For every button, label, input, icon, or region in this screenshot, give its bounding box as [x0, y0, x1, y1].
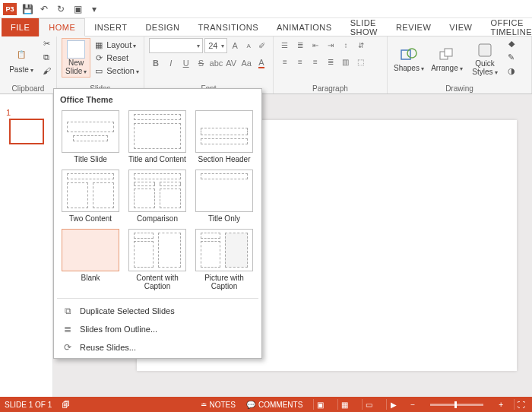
svg-rect-3	[445, 49, 452, 56]
layout-label: Title and Content	[128, 155, 186, 163]
section-button[interactable]: ▭Section	[93, 65, 139, 76]
reset-icon: ⟳	[93, 52, 104, 63]
increase-indent-button[interactable]: ⇥	[324, 38, 337, 52]
redo-icon[interactable]: ↻	[55, 3, 67, 15]
new-slide-gallery: Office Theme Title Slide Title and Conte…	[53, 88, 262, 359]
slide-counter: SLIDE 1 OF 1	[5, 401, 52, 409]
layout-button[interactable]: ▦Layout	[93, 40, 139, 50]
undo-icon[interactable]: ↶	[38, 3, 50, 15]
layout-comparison[interactable]: Comparison	[124, 168, 191, 227]
comments-button[interactable]: 💬COMMENTS	[246, 401, 302, 409]
format-painter-icon[interactable]: 🖌	[41, 65, 52, 76]
arrange-button[interactable]: Arrange	[430, 43, 464, 72]
shape-outline-icon[interactable]: ✎	[506, 52, 517, 62]
numbering-button[interactable]: ≣	[293, 38, 307, 52]
normal-view-button[interactable]: ▣	[313, 399, 327, 410]
layout-icon: ▦	[93, 40, 104, 50]
slide-navigator: 1	[0, 94, 53, 397]
align-left-button[interactable]: ≡	[278, 55, 292, 68]
shapes-button[interactable]: Shapes	[392, 43, 426, 72]
italic-button[interactable]: I	[164, 56, 178, 70]
grow-font-icon[interactable]: A	[229, 39, 241, 52]
new-slide-icon	[67, 40, 85, 59]
layout-label: Two Content	[69, 214, 112, 223]
menu-reuse-slides[interactable]: ⟳Reuse Slides...	[57, 338, 258, 357]
menu-duplicate-slides[interactable]: ⧉Duplicate Selected Slides	[57, 302, 258, 320]
layout-content-caption[interactable]: Content with Caption	[124, 227, 191, 295]
zoom-in-button[interactable]: +	[499, 401, 503, 409]
change-case-button[interactable]: Aa	[239, 56, 253, 70]
text-direction-button[interactable]: ⇵	[354, 38, 368, 52]
new-slide-button[interactable]: New Slide	[62, 38, 90, 78]
tab-review[interactable]: REVIEW	[387, 18, 440, 36]
tab-transitions[interactable]: TRANSITIONS	[189, 18, 268, 36]
customize-qat-icon[interactable]: ▾	[88, 3, 100, 15]
zoom-slider[interactable]	[430, 404, 483, 406]
line-spacing-button[interactable]: ↕	[339, 38, 353, 52]
tab-home[interactable]: HOME	[39, 18, 85, 36]
quick-styles-label: Quick Styles	[472, 59, 497, 76]
clear-format-icon[interactable]: ✐	[256, 39, 268, 52]
layout-title-only[interactable]: Title Only	[191, 168, 258, 227]
underline-button[interactable]: U	[179, 56, 193, 70]
reading-view-button[interactable]: ▭	[362, 399, 375, 410]
bold-button[interactable]: B	[149, 56, 163, 70]
save-icon[interactable]: 💾	[21, 3, 33, 15]
tab-design[interactable]: DESIGN	[136, 18, 188, 36]
sorter-view-button[interactable]: ▦	[337, 399, 351, 410]
slideshow-start-icon[interactable]: ▣	[71, 3, 84, 15]
decrease-indent-button[interactable]: ⇤	[309, 38, 322, 52]
menu-label: Slides from Outline...	[80, 325, 157, 334]
ribbon-tabs: FILE HOME INSERT DESIGN TRANSITIONS ANIM…	[0, 18, 532, 36]
layout-picture-caption[interactable]: Picture with Caption	[191, 227, 258, 295]
reset-button[interactable]: ⟳Reset	[93, 52, 139, 63]
shadow-button[interactable]: abc	[209, 56, 223, 70]
tab-slideshow[interactable]: SLIDE SHOW	[341, 18, 387, 36]
font-color-button[interactable]: A	[255, 56, 268, 70]
ribbon-body: 📋 Paste ✂ ⧉ 🖌 Clipboard New Slide ▦Layou…	[0, 36, 532, 94]
nav-slide-number: 1	[6, 108, 11, 117]
quick-styles-icon	[476, 41, 494, 59]
align-center-button[interactable]: ≡	[293, 55, 307, 68]
menu-label: Reuse Slides...	[80, 343, 136, 352]
shape-effects-icon[interactable]: ◑	[506, 65, 517, 76]
copy-icon[interactable]: ⧉	[41, 52, 52, 62]
columns-button[interactable]: ▥	[339, 55, 353, 68]
menu-slides-from-outline[interactable]: ≣Slides from Outline...	[57, 320, 258, 338]
font-size-combo[interactable]: 24	[204, 38, 227, 53]
strike-button[interactable]: S	[195, 56, 208, 70]
tab-office-timeline[interactable]: OFFICE TIMELINE+	[481, 18, 532, 36]
nav-slide-thumbnail-1[interactable]	[9, 119, 44, 144]
font-name-combo[interactable]	[149, 38, 203, 53]
shapes-label: Shapes	[394, 64, 424, 72]
char-spacing-button[interactable]: AV	[224, 56, 238, 70]
paste-label: Paste	[9, 65, 33, 74]
layout-section-header[interactable]: Section Header	[191, 109, 258, 168]
tab-file[interactable]: FILE	[2, 18, 39, 36]
layout-title-content[interactable]: Title and Content	[124, 109, 191, 168]
cut-icon[interactable]: ✂	[41, 38, 52, 49]
align-right-button[interactable]: ≡	[309, 55, 322, 68]
quick-styles-button[interactable]: Quick Styles	[468, 38, 502, 76]
layout-two-content[interactable]: Two Content	[57, 168, 124, 227]
shape-fill-icon[interactable]: ◆	[506, 38, 517, 49]
bullets-button[interactable]: ☰	[278, 38, 292, 52]
layout-label: Section Header	[198, 155, 251, 163]
shrink-font-icon[interactable]: A	[242, 39, 255, 52]
notes-button[interactable]: ≐NOTES	[201, 401, 236, 409]
paste-button[interactable]: 📋 Paste	[5, 41, 38, 74]
tab-insert[interactable]: INSERT	[85, 18, 136, 36]
slideshow-view-button[interactable]: ▶	[386, 399, 400, 410]
justify-button[interactable]: ≣	[324, 55, 337, 68]
layout-blank[interactable]: Blank	[57, 227, 124, 295]
zoom-out-button[interactable]: −	[410, 401, 415, 409]
tab-view[interactable]: VIEW	[440, 18, 481, 36]
smartart-button[interactable]: ⬚	[354, 55, 368, 68]
spellcheck-icon[interactable]: 🗐	[62, 401, 70, 409]
layout-title-slide[interactable]: Title Slide	[57, 109, 124, 168]
tab-animations[interactable]: ANIMATIONS	[268, 18, 341, 36]
group-clipboard-label: Clipboard	[5, 84, 52, 93]
fit-to-window-button[interactable]: ⛶	[514, 399, 527, 410]
layout-label: Comparison	[137, 214, 178, 223]
group-paragraph: ☰ ≣ ⇤ ⇥ ↕ ⇵ ≡ ≡ ≡ ≣ ▥ ⬚ Paragraph	[274, 36, 388, 93]
